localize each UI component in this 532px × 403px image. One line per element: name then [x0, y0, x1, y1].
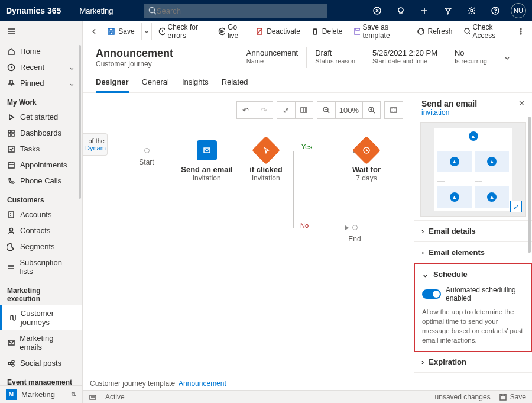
save-button[interactable]: Save: [103, 25, 138, 38]
nav-segments[interactable]: Segments: [0, 238, 82, 254]
nav-appointments[interactable]: Appointments: [0, 157, 82, 173]
nav-phone-calls[interactable]: Phone Calls: [0, 173, 82, 189]
fit-button[interactable]: [385, 102, 403, 118]
nav-tasks[interactable]: Tasks: [0, 141, 82, 157]
expand-button[interactable]: ⤢: [277, 102, 295, 118]
user-avatar[interactable]: NU: [511, 3, 526, 18]
svg-rect-12: [9, 212, 14, 218]
map-button[interactable]: [295, 102, 313, 118]
check-access-button[interactable]: Check Access: [459, 21, 512, 42]
tab-general[interactable]: General: [142, 74, 169, 92]
designer-canvas[interactable]: ↶↷ ⤢ 100% of the Dynam Start: [83, 93, 414, 376]
end-node[interactable]: End: [343, 205, 366, 243]
zoom-out-button[interactable]: [317, 102, 335, 118]
chevron-down-icon: ⌄: [69, 63, 75, 72]
breadcrumb-link[interactable]: Announcement: [179, 379, 226, 388]
global-top-bar: Dynamics 365 Marketing NU: [0, 0, 532, 21]
search-input[interactable]: [157, 7, 323, 15]
yes-label: Yes: [301, 143, 312, 150]
clock-icon: [7, 63, 15, 72]
svg-rect-10: [8, 146, 14, 152]
lightbulb-icon[interactable]: [392, 2, 409, 19]
journey-icon: [9, 314, 16, 322]
nav-get-started[interactable]: Get started: [0, 109, 82, 125]
add-icon[interactable]: [416, 2, 433, 19]
area-initial: M: [6, 389, 17, 400]
status-save-button[interactable]: Save: [499, 393, 526, 401]
nav-home[interactable]: Home: [0, 43, 82, 59]
template-icon: [353, 27, 360, 36]
panel-scrollbar[interactable]: [528, 117, 531, 253]
tab-designer[interactable]: Designer: [96, 74, 129, 93]
nav-dashboards[interactable]: Dashboards: [0, 125, 82, 141]
record-tabs: Designer General Insights Related: [83, 74, 532, 93]
nav-marketing-emails[interactable]: Marketing emails: [0, 330, 82, 355]
refresh-button[interactable]: Refresh: [413, 25, 457, 38]
envelope-icon: [7, 338, 15, 347]
svg-point-28: [520, 33, 521, 34]
back-button[interactable]: [87, 23, 100, 40]
settings-icon[interactable]: [463, 2, 480, 19]
segment-tile-partial[interactable]: of the Dynam: [83, 133, 108, 156]
tab-related[interactable]: Related: [222, 74, 248, 92]
preview-expand-button[interactable]: ⤢: [510, 201, 522, 212]
meta-name-value: Announcement: [246, 49, 298, 57]
header-expand[interactable]: [495, 47, 519, 68]
nav-section-mywork: My Work: [0, 91, 82, 109]
zoom-in-button[interactable]: [362, 102, 380, 118]
envelope-icon: [203, 146, 211, 154]
home-icon: [7, 47, 15, 56]
click-icon: [262, 146, 270, 154]
nav-scrollbar[interactable]: [79, 45, 81, 199]
tab-insights[interactable]: Insights: [182, 74, 209, 92]
email-node[interactable]: Send an email invitation: [177, 128, 236, 182]
status-active: Active: [105, 393, 125, 401]
zoom-level[interactable]: 100%: [335, 102, 362, 118]
nav-contacts[interactable]: Contacts: [0, 223, 82, 238]
ifclicked-node[interactable]: if clicked invitation: [242, 128, 290, 182]
acc-schedule[interactable]: ⌄Schedule: [415, 264, 531, 285]
nav-area-switcher[interactable]: M Marketing ⇅: [0, 385, 82, 403]
overflow-button[interactable]: [514, 23, 527, 40]
check-errors-button[interactable]: Check for errors: [154, 21, 212, 42]
save-dropdown[interactable]: [141, 23, 152, 40]
segment-link[interactable]: Dynam: [85, 144, 106, 151]
delete-button[interactable]: Delete: [307, 25, 347, 38]
assistant-icon[interactable]: [369, 2, 385, 19]
filter-icon[interactable]: [440, 2, 456, 19]
page-title: Announcement: [96, 47, 173, 60]
svg-point-2: [471, 9, 473, 12]
left-navigation: Home Recent⌄ Pinned⌄ My Work Get started…: [0, 21, 83, 403]
deactivate-button[interactable]: Deactivate: [251, 25, 304, 38]
wait-node[interactable]: Wait for 7 days: [343, 128, 390, 182]
panel-close-button[interactable]: ✕: [518, 99, 525, 108]
svg-point-25: [465, 28, 469, 33]
record-header: Announcement Customer journey Announceme…: [83, 41, 532, 68]
svg-rect-32: [391, 108, 397, 112]
module-label: Marketing: [74, 7, 113, 15]
nav-accounts[interactable]: Accounts: [0, 207, 82, 223]
undo-button[interactable]: ↶: [237, 102, 255, 118]
automated-scheduling-toggle[interactable]: [422, 289, 441, 299]
go-live-button[interactable]: Go live: [214, 21, 249, 42]
start-node[interactable]: Start: [135, 128, 158, 166]
help-icon[interactable]: [487, 2, 504, 19]
meta-name-label: Name: [246, 57, 298, 65]
global-search[interactable]: [144, 4, 327, 18]
pin-icon: [7, 79, 15, 88]
panel-subtitle[interactable]: invitation: [421, 108, 477, 117]
nav-customer-journeys[interactable]: Customer journeys: [0, 305, 82, 330]
redo-button[interactable]: ↷: [255, 102, 273, 118]
nav-social-posts[interactable]: Social posts: [0, 355, 82, 371]
phone-icon: [7, 177, 15, 185]
nav-pinned[interactable]: Pinned⌄: [0, 75, 82, 91]
nav-subscription-lists[interactable]: Subscription lists: [0, 254, 82, 279]
nav-hamburger[interactable]: [0, 21, 82, 43]
task-icon: [7, 145, 15, 153]
save-template-button[interactable]: Save as template: [349, 21, 410, 42]
acc-email-elements[interactable]: ›Email elements: [414, 242, 532, 263]
segment-icon: [7, 243, 15, 251]
nav-recent[interactable]: Recent⌄: [0, 59, 82, 75]
acc-email-details[interactable]: ›Email details: [414, 221, 532, 241]
acc-expiration[interactable]: ›Expiration: [414, 352, 532, 372]
